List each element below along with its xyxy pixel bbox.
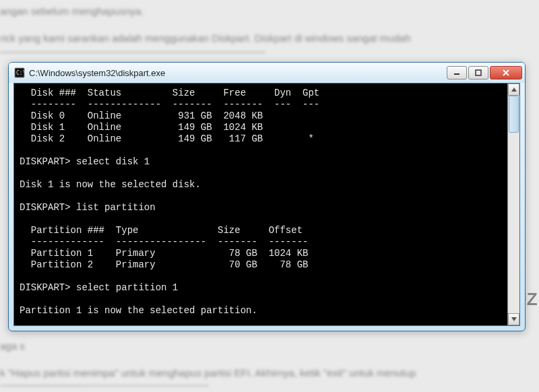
titlebar[interactable]: C:\ C:\Windows\system32\diskpart.exe (9, 63, 525, 83)
scroll-down-button[interactable] (508, 313, 519, 325)
disk-row: Disk 1 Online 149 GB 1024 KB (20, 122, 263, 133)
background-text: rick yang kami sarankan adalah menggunak… (0, 32, 411, 44)
disk-divider: -------- ------------- ------- ------- -… (20, 99, 319, 110)
scrollbar-track[interactable] (508, 96, 519, 313)
background-text: ----------------------------------------… (0, 379, 209, 391)
disk-row: Disk 2 Online 149 GB 117 GB * (20, 133, 314, 144)
disk-row: Disk 0 Online 931 GB 2048 KB (20, 110, 263, 121)
response: Disk 1 is now the selected disk. (20, 179, 201, 190)
svg-text:C:\: C:\ (16, 70, 25, 76)
command-input: select disk 1 (76, 156, 150, 167)
svg-rect-8 (476, 70, 481, 75)
partition-row: Partition 2 Primary 70 GB 78 GB (20, 259, 308, 270)
background-text: angan sebelum menghapusnya. (0, 5, 144, 17)
disk-header: Disk ### Status Size Free Dyn Gpt (20, 88, 319, 98)
background-text: k "Hapus partisi menimpa" untuk menghapu… (0, 367, 416, 379)
svg-marker-12 (511, 317, 517, 321)
vertical-scrollbar[interactable] (507, 84, 519, 325)
partition-header: Partition ### Type Size Offset (20, 225, 303, 236)
partition-row: Partition 1 Primary 78 GB 1024 KB (20, 248, 308, 259)
close-button[interactable] (490, 66, 522, 79)
window-title: C:\Windows\system32\diskpart.exe (29, 68, 445, 78)
scroll-up-button[interactable] (508, 84, 519, 96)
maximize-button[interactable] (468, 66, 488, 79)
background-text: aga s (0, 340, 25, 352)
prompt: DISKPART> (20, 156, 76, 167)
command-input: select partition 1 (76, 282, 178, 293)
prompt: DISKPART> (20, 282, 76, 293)
background-text: ----------------------------------------… (0, 46, 266, 57)
minimize-button[interactable] (447, 66, 467, 79)
console-output[interactable]: Disk ### Status Size Free Dyn Gpt ------… (14, 84, 507, 325)
response: Partition 1 is now the selected partitio… (20, 305, 257, 316)
diskpart-window: C:\ C:\Windows\system32\diskpart.exe Dis… (8, 62, 526, 331)
scrollbar-thumb[interactable] (509, 96, 519, 133)
console-app-icon: C:\ (14, 67, 25, 78)
prompt: DISKPART> (20, 202, 76, 213)
command-input: list partition (76, 202, 156, 213)
svg-marker-11 (511, 88, 517, 92)
console-area: Disk ### Status Size Free Dyn Gpt ------… (13, 83, 520, 326)
partition-divider: ------------- ---------------- ------- -… (20, 236, 308, 247)
